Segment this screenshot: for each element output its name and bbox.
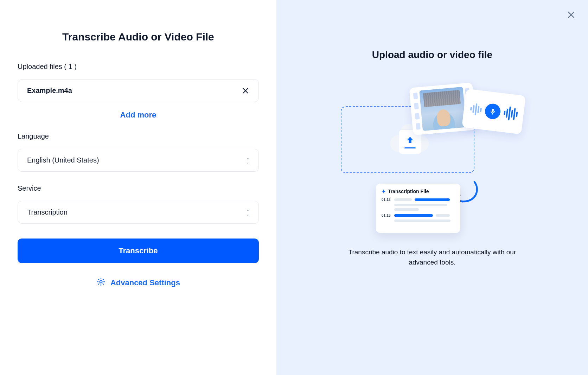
svg-rect-1	[492, 109, 494, 112]
service-select[interactable]: Transcription ⌃⌃	[18, 201, 259, 224]
chevrons-icon: ⌃⌃	[246, 210, 249, 215]
promo-subtitle: Transcribe audio to text easily and auto…	[344, 247, 520, 268]
mic-icon	[484, 103, 501, 120]
close-icon	[567, 10, 576, 21]
chevrons-icon: ⌃⌃	[246, 158, 249, 163]
form-panel: Transcribe Audio or Video File Uploaded …	[0, 0, 276, 375]
transcription-card-title: Transcription File	[388, 189, 429, 194]
language-label: Language	[18, 132, 259, 140]
transcription-card-illustration: ✦ Transcription File 01:12 01:13	[376, 184, 460, 233]
close-button[interactable]	[565, 10, 577, 21]
service-label: Service	[18, 184, 259, 192]
add-more-button[interactable]: Add more	[18, 110, 259, 120]
page-title: Transcribe Audio or Video File	[18, 31, 259, 43]
gear-icon	[96, 277, 106, 288]
remove-file-icon[interactable]	[242, 87, 249, 95]
promo-panel: Upload audio or video file	[276, 0, 588, 375]
advanced-settings-label: Advanced Settings	[110, 278, 180, 287]
language-select[interactable]: English (United States) ⌃⌃	[18, 149, 259, 172]
promo-title: Upload audio or video file	[372, 49, 492, 61]
service-value: Transcription	[27, 208, 68, 216]
promo-illustration: ✦ Transcription File 01:12 01:13	[341, 82, 524, 233]
svg-point-0	[100, 281, 102, 283]
uploaded-file-chip: Example.m4a	[18, 79, 259, 102]
advanced-settings-button[interactable]: Advanced Settings	[18, 277, 259, 288]
timestamp: 01:13	[382, 214, 391, 217]
audio-card-illustration	[462, 89, 526, 134]
transcribe-button[interactable]: Transcribe	[18, 239, 259, 263]
uploaded-files-label: Uploaded files ( 1 )	[18, 63, 259, 71]
timestamp: 01:12	[382, 198, 391, 202]
sparkle-icon: ✦	[382, 189, 386, 194]
file-name: Example.m4a	[27, 87, 72, 95]
language-value: English (United States)	[27, 156, 99, 164]
